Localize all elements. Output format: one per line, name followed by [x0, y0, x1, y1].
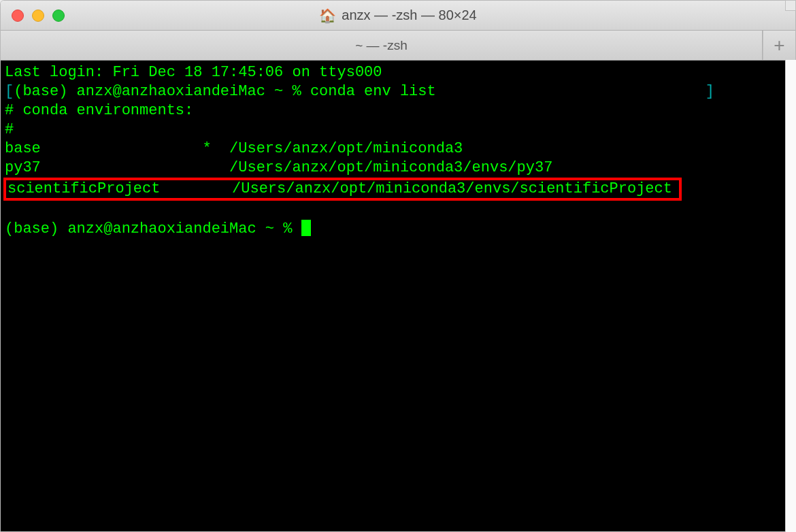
command-text: conda env list: [310, 83, 436, 100]
scrollbar[interactable]: [785, 60, 796, 532]
env-row-scientificProject-highlighted: scientificProject /Users/anzx/opt/minico…: [3, 178, 682, 201]
bracket-close: ]: [706, 83, 714, 100]
cursor: [301, 220, 311, 236]
tab-label: ~ — -zsh: [355, 38, 408, 53]
env-active-marker: [202, 159, 211, 176]
traffic-lights: [12, 10, 65, 22]
tabbar: ~ — -zsh +: [1, 31, 795, 61]
env-path: /Users/anzx/opt/miniconda3: [229, 140, 463, 157]
new-tab-button[interactable]: +: [763, 31, 795, 60]
prompt-line-1: [(base) anzx@anzhaoxiandeiMac ~ % conda …: [5, 82, 791, 101]
env-path: /Users/anzx/opt/miniconda3/envs/scientif…: [232, 180, 672, 197]
env-name: base: [5, 140, 41, 157]
prompt-text: (base) anzx@anzhaoxiandeiMac ~ %: [14, 83, 310, 100]
maximize-button[interactable]: [52, 10, 65, 22]
title-text: anzx — -zsh — 80×24: [342, 7, 476, 23]
env-active-marker: *: [202, 140, 211, 157]
env-name: py37: [5, 159, 41, 176]
env-header-2: #: [5, 120, 791, 139]
terminal-content[interactable]: Last login: Fri Dec 18 17:45:06 on ttys0…: [1, 61, 795, 531]
window-title: 🏠 anzx — -zsh — 80×24: [319, 7, 476, 24]
close-button[interactable]: [12, 10, 24, 22]
minimize-button[interactable]: [32, 10, 44, 22]
prompt-line-2: (base) anzx@anzhaoxiandeiMac ~ %: [5, 220, 791, 239]
env-path: /Users/anzx/opt/miniconda3/envs/py37: [229, 159, 552, 176]
env-row-py37: py37 /Users/anzx/opt/miniconda3/envs/py3…: [5, 159, 791, 178]
env-name: scientificProject: [7, 180, 160, 197]
home-icon: 🏠: [319, 7, 336, 24]
prompt-text: (base) anzx@anzhaoxiandeiMac ~ %: [5, 220, 301, 237]
tab-zsh[interactable]: ~ — -zsh: [1, 31, 763, 60]
plus-icon: +: [774, 35, 784, 56]
titlebar: 🏠 anzx — -zsh — 80×24: [1, 1, 795, 31]
bracket-open: [: [5, 83, 14, 100]
terminal-window: 🏠 anzx — -zsh — 80×24 ~ — -zsh + Last lo…: [0, 0, 796, 532]
last-login-line: Last login: Fri Dec 18 17:45:06 on ttys0…: [5, 63, 791, 82]
env-header-1: # conda environments:: [5, 101, 791, 120]
env-row-base: base * /Users/anzx/opt/miniconda3: [5, 139, 791, 159]
env-active-marker: [205, 180, 214, 197]
scrollbar-top-button[interactable]: [785, 0, 796, 11]
blank-line: [5, 201, 791, 220]
